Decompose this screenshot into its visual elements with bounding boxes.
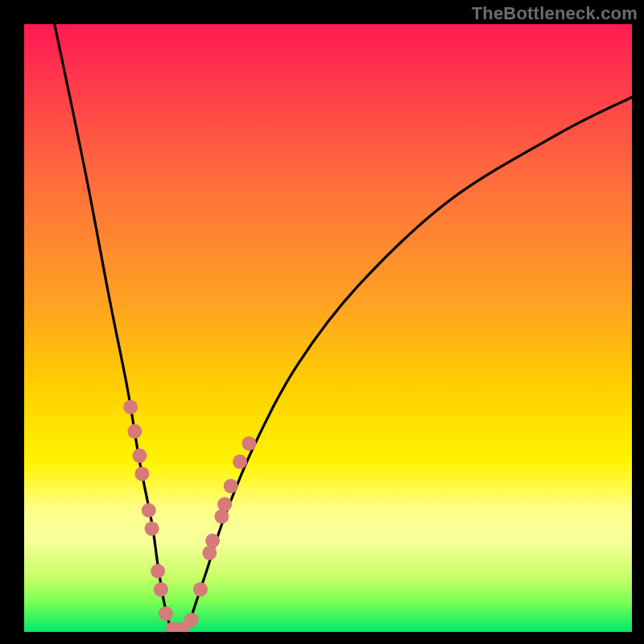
highlight-dot — [214, 510, 229, 524]
highlight-dot — [242, 436, 256, 451]
highlight-dot — [145, 522, 159, 536]
highlight-dot — [217, 497, 232, 511]
highlight-dot — [142, 503, 156, 518]
highlight-dot — [151, 564, 165, 579]
curve-svg — [24, 24, 632, 632]
highlight-dot — [193, 582, 208, 597]
bottleneck-curve — [55, 24, 632, 632]
highlight-dot — [159, 606, 173, 621]
highlight-dot — [233, 455, 247, 469]
highlight-dots — [123, 400, 256, 632]
highlight-dot — [202, 546, 217, 560]
highlight-dot — [205, 534, 220, 548]
highlight-dot — [132, 448, 147, 463]
highlight-dot — [224, 479, 238, 493]
plot-area — [24, 24, 632, 632]
highlight-dot — [123, 400, 138, 415]
highlight-dot — [154, 582, 168, 597]
highlight-dot — [184, 613, 199, 627]
chart-frame: TheBottleneck.com — [0, 0, 644, 644]
highlight-dot — [134, 467, 149, 481]
watermark-text: TheBottleneck.com — [472, 3, 638, 24]
highlight-dot — [127, 424, 142, 439]
